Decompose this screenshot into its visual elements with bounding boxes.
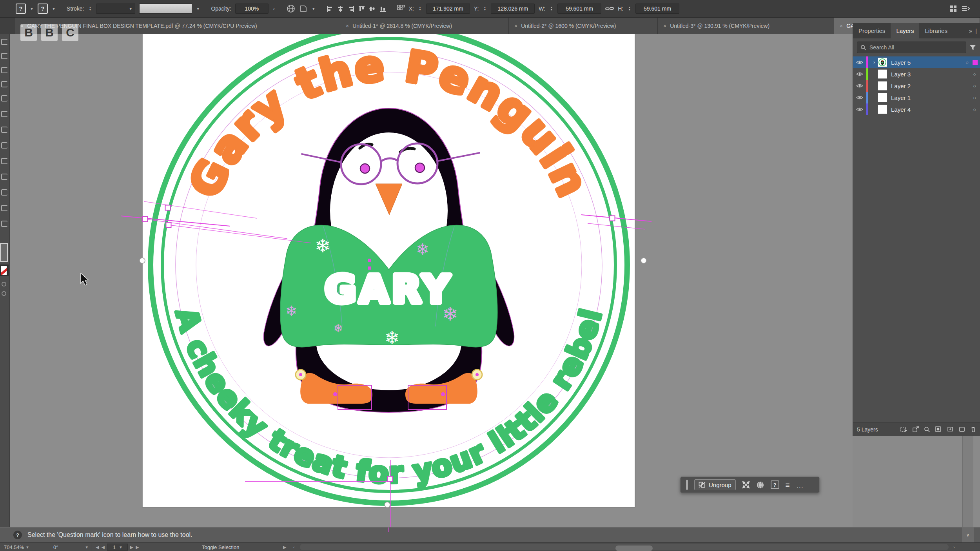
artboard-number[interactable]: 1 xyxy=(113,544,116,550)
close-icon[interactable]: × xyxy=(346,23,349,29)
visibility-eye-icon[interactable] xyxy=(853,83,866,88)
anchor-handle[interactable] xyxy=(143,217,148,222)
bounds-handle[interactable] xyxy=(385,502,390,508)
fill-stroke-proxy[interactable] xyxy=(0,243,8,262)
next-artboard-icon[interactable]: ▶ xyxy=(130,545,133,550)
opacity-label[interactable]: Opacity: xyxy=(211,5,231,12)
snowflake[interactable]: ❄ xyxy=(333,321,343,335)
close-icon[interactable]: × xyxy=(514,23,517,29)
align-center-horizontal-icon[interactable] xyxy=(337,5,344,12)
ungroup-button[interactable]: Ungroup xyxy=(694,479,736,490)
scroll-right-arrow[interactable]: › xyxy=(953,543,955,551)
target-circle-icon[interactable]: ○ xyxy=(965,60,973,65)
tool-icon[interactable] xyxy=(1,53,7,59)
horizontal-scrollbar-thumb[interactable] xyxy=(615,546,653,551)
layer-row-layer4[interactable]: Layer 4 ○ xyxy=(853,103,980,115)
layer-name[interactable]: Layer 5 xyxy=(891,59,911,66)
visibility-eye-icon[interactable] xyxy=(853,107,866,112)
layer-name[interactable]: Layer 1 xyxy=(891,94,911,101)
close-icon[interactable]: × xyxy=(840,23,843,29)
snowflake[interactable]: ❄ xyxy=(315,235,330,257)
tool-icon[interactable] xyxy=(1,95,7,102)
target-circle-icon[interactable]: ○ xyxy=(973,107,980,112)
tool-icon[interactable] xyxy=(1,174,7,180)
visibility-eye-icon[interactable] xyxy=(853,72,866,76)
align-middle-vertical-icon[interactable] xyxy=(369,5,376,12)
rotation-control[interactable]: 0°▾ xyxy=(53,543,88,551)
zoom-level-control[interactable]: 704.54%▾ xyxy=(4,543,29,551)
missing-tool-icon-1[interactable]: ? xyxy=(16,4,26,14)
globe-icon[interactable] xyxy=(756,481,764,489)
draw-mode-icon[interactable] xyxy=(2,282,6,286)
opacity-arrow-icon[interactable]: › xyxy=(273,6,275,11)
anchor-handle[interactable] xyxy=(610,216,615,221)
chevron-down-icon[interactable]: ▾ xyxy=(312,6,315,11)
layer-row-layer5[interactable]: › Layer 5 ○ xyxy=(853,56,980,68)
visibility-eye-icon[interactable] xyxy=(853,95,866,100)
new-layer-icon[interactable] xyxy=(959,426,965,432)
scroll-left-arrow[interactable]: ‹ xyxy=(293,543,295,551)
make-mask-icon[interactable] xyxy=(935,426,942,432)
artboard-navigation[interactable]: ◀ ◀ 1 ▾ ▶ ▶ xyxy=(96,543,139,551)
locate-object-icon[interactable] xyxy=(924,426,930,432)
bounds-handle[interactable] xyxy=(140,258,145,263)
panel-overflow-icon[interactable]: » xyxy=(969,27,972,34)
snowflake[interactable]: ❄ xyxy=(416,240,429,258)
h-field[interactable]: 59.601 mm xyxy=(635,4,679,14)
snowflake[interactable]: ❄ xyxy=(442,303,458,325)
layer-thumbnail[interactable] xyxy=(878,93,887,102)
tool-icon[interactable] xyxy=(1,221,7,227)
align-top-icon[interactable] xyxy=(358,5,365,12)
tab-libraries[interactable]: Libraries xyxy=(919,23,953,38)
tab-layers[interactable]: Layers xyxy=(891,23,919,38)
filter-icon[interactable] xyxy=(969,45,976,51)
chevron-down-icon[interactable]: ▾ xyxy=(197,6,199,11)
disclosure-icon[interactable]: › xyxy=(871,60,878,65)
anchor-handle[interactable] xyxy=(166,223,171,228)
layer-thumbnail[interactable] xyxy=(878,105,887,114)
chevron-down-icon[interactable]: ▾ xyxy=(31,6,33,11)
x-label[interactable]: X: xyxy=(409,5,414,12)
close-icon[interactable]: × xyxy=(663,23,666,29)
tool-icon[interactable] xyxy=(1,158,7,164)
chevron-down-icon[interactable]: ▾ xyxy=(53,6,55,11)
align-left-icon[interactable] xyxy=(327,5,333,12)
prev-artboard-icon[interactable]: ◀ xyxy=(101,545,104,550)
tab-untitled-3[interactable]: × Untitled-3* @ 130.91 % (CMYK/Preview) xyxy=(658,18,834,34)
layer-row-layer1[interactable]: Layer 1 ○ xyxy=(853,92,980,103)
penguin-artwork[interactable]: GARY ❄ ❄ ❄ ❄ ❄ ❄ ❄ xyxy=(263,108,514,412)
layer-row-layer2[interactable]: Layer 2 ○ xyxy=(853,80,980,92)
missing-tool-icon-2[interactable]: ? xyxy=(38,4,48,14)
help-button[interactable]: ? xyxy=(771,480,779,489)
color-none-swatch[interactable] xyxy=(0,265,9,276)
layer-thumbnail[interactable] xyxy=(878,69,887,79)
more-options-icon[interactable]: … xyxy=(796,481,804,489)
search-input[interactable]: Search All xyxy=(857,42,966,53)
canvas-area[interactable]: Gary the Penguin A cheeky treat for your… xyxy=(10,34,853,527)
x-stepper[interactable]: ▲▼ xyxy=(419,6,421,11)
scroll-down-arrow[interactable]: ∨ xyxy=(962,527,974,542)
tab-untitled-2[interactable]: × Untitled-2* @ 1600 % (CMYK/Preview) xyxy=(509,18,658,34)
link-dimensions-icon[interactable] xyxy=(605,5,614,12)
layer-thumbnail[interactable] xyxy=(878,81,887,91)
artboard-grid-icon[interactable] xyxy=(397,5,405,13)
align-right-icon[interactable] xyxy=(348,5,354,12)
snowflake[interactable]: ❄ xyxy=(387,246,396,260)
y-label[interactable]: Y: xyxy=(474,5,479,12)
h-stepper[interactable]: ▲▼ xyxy=(628,6,631,11)
tool-icon[interactable] xyxy=(1,81,7,87)
layer-name[interactable]: Layer 3 xyxy=(891,71,911,78)
stroke-stepper[interactable]: ▲▼ xyxy=(89,6,91,11)
panel-options-icon[interactable] xyxy=(961,5,970,12)
tool-icon[interactable] xyxy=(1,127,7,133)
horizontal-scrollbar[interactable] xyxy=(300,544,949,550)
collect-for-export-icon[interactable] xyxy=(900,426,907,432)
tools-panel[interactable] xyxy=(0,34,10,527)
tab-untitled-1[interactable]: × Untitled-1* @ 2814.8 % (CMYK/Preview) xyxy=(340,18,509,34)
layer-row-layer3[interactable]: Layer 3 ○ xyxy=(853,68,980,80)
arrange-documents-icon[interactable] xyxy=(949,5,957,13)
snowflake[interactable]: ❄ xyxy=(385,327,400,348)
sweater-name-text[interactable]: GARY xyxy=(325,267,453,312)
visibility-eye-icon[interactable] xyxy=(853,60,866,65)
stroke-label[interactable]: Stroke: xyxy=(67,5,84,12)
